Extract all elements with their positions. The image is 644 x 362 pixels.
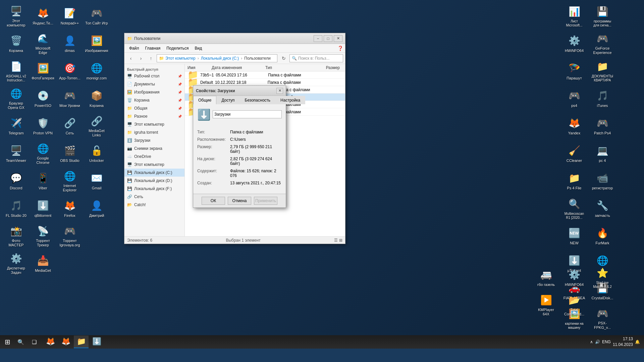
menu-view[interactable]: Вид — [192, 45, 205, 52]
desktop-icon-net[interactable]: 🔗 Сеть — [57, 113, 83, 139]
desktop-icon-dispatcher[interactable]: ⚙️ Диспетчер Задач — [3, 251, 29, 276]
menu-home[interactable]: Главная — [143, 45, 163, 52]
sidebar-igruha[interactable]: 📁 igruha torrent — [124, 128, 184, 136]
desktop-icon-gbo-gazel[interactable]: 🚐 гбо газель — [533, 265, 559, 290]
sidebar-screenshots[interactable]: 📷 Снимки экрана — [124, 144, 184, 153]
desktop-icon-furmark[interactable]: 🔥 FurMark — [590, 223, 615, 249]
tab-security[interactable]: Безопасность — [240, 96, 276, 104]
sidebar-drive-c[interactable]: 💾 Локальный диск (C:) — [124, 169, 184, 177]
back-button[interactable]: ‹ — [126, 54, 135, 63]
desktop-icon-app-torrent[interactable]: 🎯 App-Torren... — [57, 58, 83, 84]
desktop-icon-obs[interactable]: 🎬 OBS Studio — [57, 141, 83, 166]
refresh-button[interactable]: ↻ — [279, 54, 288, 63]
search-box[interactable]: 🔍 Поиск в: Польз... — [289, 54, 343, 62]
view-list-icon[interactable]: ☰ — [334, 238, 338, 243]
breadcrumb-users[interactable]: Пользователи — [244, 56, 270, 61]
dlg-close-button[interactable]: ✕ — [276, 88, 283, 94]
breadcrumb-local-c[interactable]: Локальный диск (C:) — [201, 56, 239, 61]
desktop-icon-asio4all[interactable]: 📄 ASIO4ALL v2 Instruction... — [3, 58, 29, 84]
fe-column-header[interactable]: Имя Дата изменения Тип Размер — [185, 64, 345, 71]
desktop-icon-recycle2[interactable]: 📦 Корзина — [84, 86, 109, 111]
sidebar-onedrive[interactable]: ☁️ OneDrive — [124, 153, 184, 161]
desktop-icon-unlocker[interactable]: 🔓 Unlocker — [84, 141, 109, 166]
desktop-icon-itunes[interactable]: 🎵 iTunes — [590, 86, 615, 111]
taskbar-yandex[interactable]: 🦊 — [58, 336, 73, 348]
sidebar-misc[interactable]: 📁 Разное 📌 — [124, 112, 184, 120]
desktop-icon-dimas[interactable]: 👤 dimas — [57, 31, 83, 56]
desktop-icon-top-sait[interactable]: 🎮 Топ Сайт Игр — [84, 3, 109, 29]
desktop-icon-geforce[interactable]: 🎮 GeForce Experience — [590, 31, 615, 56]
desktop-icon-telegram[interactable]: ✈️ Telegram — [3, 113, 29, 139]
desktop-icon-photo-gallery[interactable]: 🖼️ ФотоГалерея — [30, 58, 56, 84]
desktop-icon-parashut[interactable]: 🪂 Парашут — [561, 58, 587, 84]
up-button[interactable]: ↑ — [147, 54, 155, 63]
sidebar-downloads[interactable]: ⬇️ Загрузки — [124, 136, 184, 144]
desktop-icon-ps4[interactable]: 🎮 ps4 — [561, 86, 587, 111]
sidebar-documents[interactable]: 📄 Документы 📌 — [124, 80, 184, 88]
address-bar[interactable]: 📁 Этот компьютер › Локальный диск (C:) ›… — [157, 54, 277, 62]
folder-name-input[interactable] — [213, 110, 282, 118]
minimize-button[interactable]: − — [314, 35, 322, 42]
desktop-icon-ie[interactable]: 🌐 Internet Explorer — [57, 168, 83, 194]
desktop-icon-programmy[interactable]: 💾 программы для сигна... — [590, 3, 615, 29]
desktop-icon-patch-ps4[interactable]: 🎮 Patch Ps4 — [590, 113, 615, 139]
desktop-icon-google-chrome[interactable]: 🌐 Google Chrome — [30, 141, 56, 166]
desktop-icon-psx-fpkg[interactable]: 🎮 PSX-FPKG_v... — [590, 306, 615, 331]
systray-volume[interactable]: 🔊 — [595, 340, 600, 344]
tab-access[interactable]: Доступ — [216, 96, 239, 104]
desktop-icon-foto-master[interactable]: 📸 Фото МАСТЕР — [3, 223, 29, 249]
desktop-icon-new[interactable]: 🆕 NEW — [561, 223, 587, 249]
file-row-73b5[interactable]: 📁 73b5~1 05.04.2023 17:16 Папка с файлам… — [185, 71, 345, 79]
sidebar-drive-d[interactable]: 💾 Локальный диск (D:) — [124, 177, 184, 185]
desktop-icon-documents[interactable]: 📁 ДОКУМЕНТЫ КВАРТИРА — [590, 58, 615, 84]
desktop-icon-mediaget[interactable]: 📥 MediaGet — [30, 251, 56, 276]
desktop-icon-zapchast[interactable]: 🔧 запчасть — [590, 196, 615, 221]
close-button[interactable]: ✕ — [334, 35, 342, 42]
sidebar-this-pc2[interactable]: 🖥️ Этот компьютер — [124, 161, 184, 169]
sidebar-drive-f[interactable]: 💾 Локальный диск (F:) — [124, 185, 184, 193]
desktop-icon-hwinfo[interactable]: ⚙️ HWiNFO64 — [561, 31, 587, 56]
sidebar-catch[interactable]: 📂 Catch! — [124, 201, 184, 209]
menu-share[interactable]: Поделиться — [164, 45, 191, 52]
desktop-icon-kmplayer[interactable]: ▶️ KMPlayer 64X — [533, 292, 559, 318]
tab-general[interactable]: Общие — [193, 96, 216, 104]
cancel-button[interactable]: Отмена — [228, 197, 251, 205]
sidebar-public[interactable]: 📁 Общая 📌 — [124, 104, 184, 112]
desktop-icon-mediaget-links[interactable]: 🔗 MediaGet Links — [84, 113, 109, 139]
desktop-icon-ccleaner[interactable]: 🧹 CCleaner — [561, 141, 587, 166]
ok-button[interactable]: ОК — [202, 197, 225, 205]
desktop-icon-list-ms[interactable]: 📊 Лист Microsoft... — [561, 3, 587, 29]
desktop-icon-total-cmd[interactable]: 📂 Total Command... — [561, 292, 587, 318]
desktop-icon-browser-gx[interactable]: 🌐 Браузер Opera GX — [3, 86, 29, 111]
desktop-icon-gmail[interactable]: ✉️ Gmail — [84, 168, 109, 194]
systray-chevron[interactable]: ∧ — [590, 340, 593, 344]
sidebar-this-pc[interactable]: 🖥️ Этот компьютер — [124, 120, 184, 128]
desktop-icon-viber[interactable]: 📱 Viber — [30, 168, 56, 194]
desktop-icon-ps4file[interactable]: 📁 Ps 4 File — [561, 168, 587, 194]
desktop-icon-yandex-r[interactable]: 🦊 Yandex — [561, 113, 587, 139]
maximize-button[interactable]: □ — [324, 35, 332, 42]
desktop-icon-pc4[interactable]: 💻 pc 4 — [590, 141, 615, 166]
menu-file[interactable]: Файл — [126, 45, 142, 52]
desktop-icon-ms-edge[interactable]: 🌊 Microsoft Edge — [30, 31, 56, 56]
apply-button[interactable]: Применить — [254, 197, 277, 205]
taskbar-clock[interactable]: 17:13 11.04.2023 — [613, 336, 633, 348]
desktop-icon-proton-vpn[interactable]: 🛡️ Proton VPN — [30, 113, 56, 139]
view-grid-icon[interactable]: ⊞ — [339, 238, 342, 243]
desktop-icon-moreigr[interactable]: 🌐 moreigr.com — [84, 58, 109, 84]
start-button[interactable]: ⊞ — [1, 336, 13, 348]
sidebar-recycle[interactable]: 🗑️ Корзина 📌 — [124, 96, 184, 104]
notification-icon[interactable]: 🔔 — [635, 340, 640, 344]
desktop-icon-fl-studio[interactable]: 🎵 FL Studio 20 — [3, 196, 29, 221]
desktop-icon-yandex[interactable]: 🦊 Яндекс.Те... — [30, 3, 56, 29]
desktop-icon-recycle[interactable]: 🗑️ Корзина — [3, 31, 29, 56]
desktop-icon-qbittorrent[interactable]: ⬇️ qBittorrent — [30, 196, 56, 221]
desktop-icon-teamviewer[interactable]: 🖥️ TeamViewer — [3, 141, 29, 166]
search-button[interactable]: 🔍 — [15, 336, 27, 348]
desktop-icon-registr[interactable]: 📹 регистратор — [590, 168, 615, 194]
desktop-icon-torrent-igrovaya[interactable]: 🎮 Торрент Igrovaya.org — [57, 223, 83, 249]
desktop-icon-discord[interactable]: 💬 Discord — [3, 168, 29, 194]
forward-button[interactable]: › — [137, 54, 145, 63]
sidebar-desktop[interactable]: 🖥️ Рабочий стол 📌 — [124, 72, 184, 80]
desktop-icon-torrent-tracker[interactable]: 📡 Торрент Трекер — [30, 223, 56, 249]
